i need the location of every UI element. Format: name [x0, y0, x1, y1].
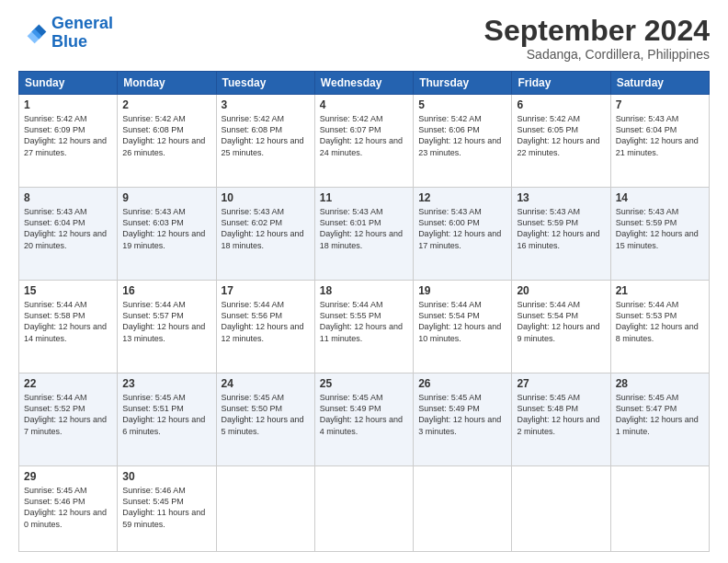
day-number: 10: [222, 191, 310, 204]
day-number: 6: [517, 98, 605, 111]
day-number: 13: [517, 191, 605, 204]
calendar-cell: 23 Sunrise: 5:45 AM Sunset: 5:51 PM Dayl…: [118, 373, 216, 466]
day-number: 18: [320, 284, 408, 297]
cell-info: Sunrise: 5:45 AM Sunset: 5:46 PM Dayligh…: [24, 485, 112, 530]
day-number: 8: [24, 191, 112, 204]
title-block: September 2024 Sadanga, Cordillera, Phil…: [484, 15, 710, 62]
cell-info: Sunrise: 5:42 AM Sunset: 6:07 PM Dayligh…: [320, 113, 408, 158]
cell-info: Sunrise: 5:43 AM Sunset: 5:59 PM Dayligh…: [616, 206, 704, 251]
calendar-cell: 20 Sunrise: 5:44 AM Sunset: 5:54 PM Dayl…: [512, 281, 610, 373]
day-number: 5: [418, 98, 506, 111]
calendar-cell: [414, 466, 512, 552]
day-number: 17: [222, 284, 310, 297]
calendar-cell: 16 Sunrise: 5:44 AM Sunset: 5:57 PM Dayl…: [118, 281, 216, 373]
logo-icon: [18, 18, 48, 48]
cell-info: Sunrise: 5:45 AM Sunset: 5:47 PM Dayligh…: [616, 392, 704, 437]
cell-info: Sunrise: 5:42 AM Sunset: 6:09 PM Dayligh…: [24, 113, 112, 158]
day-number: 4: [320, 98, 408, 111]
col-monday: Monday: [118, 72, 216, 95]
day-number: 11: [320, 191, 408, 204]
location: Sadanga, Cordillera, Philippines: [484, 47, 710, 62]
cell-info: Sunrise: 5:46 AM Sunset: 5:45 PM Dayligh…: [122, 485, 210, 530]
calendar-cell: 13 Sunrise: 5:43 AM Sunset: 5:59 PM Dayl…: [512, 188, 610, 281]
day-number: 26: [418, 377, 506, 390]
calendar-cell: 21 Sunrise: 5:44 AM Sunset: 5:53 PM Dayl…: [610, 281, 709, 373]
logo: General Blue: [18, 15, 113, 52]
cell-info: Sunrise: 5:45 AM Sunset: 5:49 PM Dayligh…: [320, 392, 408, 437]
cell-info: Sunrise: 5:43 AM Sunset: 6:03 PM Dayligh…: [122, 206, 210, 251]
calendar-cell: 3 Sunrise: 5:42 AM Sunset: 6:08 PM Dayli…: [216, 95, 314, 188]
month-title: September 2024: [484, 15, 710, 47]
calendar-body: 1 Sunrise: 5:42 AM Sunset: 6:09 PM Dayli…: [19, 95, 710, 552]
cell-info: Sunrise: 5:45 AM Sunset: 5:51 PM Dayligh…: [122, 392, 210, 437]
page: General Blue September 2024 Sadanga, Cor…: [0, 0, 728, 563]
cell-info: Sunrise: 5:44 AM Sunset: 5:56 PM Dayligh…: [222, 299, 310, 344]
calendar-cell: 8 Sunrise: 5:43 AM Sunset: 6:04 PM Dayli…: [19, 188, 118, 281]
day-number: 27: [517, 377, 605, 390]
calendar-cell: 19 Sunrise: 5:44 AM Sunset: 5:54 PM Dayl…: [414, 281, 512, 373]
cell-info: Sunrise: 5:43 AM Sunset: 6:01 PM Dayligh…: [320, 206, 408, 251]
day-number: 24: [222, 377, 310, 390]
calendar-table: Sunday Monday Tuesday Wednesday Thursday…: [18, 71, 710, 552]
day-number: 29: [24, 470, 112, 483]
cell-info: Sunrise: 5:44 AM Sunset: 5:52 PM Dayligh…: [24, 392, 112, 437]
calendar-cell: 2 Sunrise: 5:42 AM Sunset: 6:08 PM Dayli…: [118, 95, 216, 188]
col-saturday: Saturday: [610, 72, 709, 95]
calendar-cell: 14 Sunrise: 5:43 AM Sunset: 5:59 PM Dayl…: [610, 188, 709, 281]
header-row: Sunday Monday Tuesday Wednesday Thursday…: [19, 72, 710, 95]
calendar-cell: 24 Sunrise: 5:45 AM Sunset: 5:50 PM Dayl…: [216, 373, 314, 466]
calendar-cell: 4 Sunrise: 5:42 AM Sunset: 6:07 PM Dayli…: [314, 95, 413, 188]
day-number: 23: [122, 377, 210, 390]
calendar-cell: 17 Sunrise: 5:44 AM Sunset: 5:56 PM Dayl…: [216, 281, 314, 373]
calendar-cell: 15 Sunrise: 5:44 AM Sunset: 5:58 PM Dayl…: [19, 281, 118, 373]
day-number: 25: [320, 377, 408, 390]
day-number: 21: [616, 284, 704, 297]
cell-info: Sunrise: 5:45 AM Sunset: 5:48 PM Dayligh…: [517, 392, 605, 437]
calendar-cell: [512, 466, 610, 552]
calendar-cell: 12 Sunrise: 5:43 AM Sunset: 6:00 PM Dayl…: [414, 188, 512, 281]
cell-info: Sunrise: 5:43 AM Sunset: 6:04 PM Dayligh…: [616, 113, 704, 158]
cell-info: Sunrise: 5:42 AM Sunset: 6:08 PM Dayligh…: [222, 113, 310, 158]
col-wednesday: Wednesday: [314, 72, 413, 95]
calendar-week-2: 8 Sunrise: 5:43 AM Sunset: 6:04 PM Dayli…: [19, 188, 710, 281]
calendar-cell: 5 Sunrise: 5:42 AM Sunset: 6:06 PM Dayli…: [414, 95, 512, 188]
day-number: 30: [122, 470, 210, 483]
calendar-cell: 27 Sunrise: 5:45 AM Sunset: 5:48 PM Dayl…: [512, 373, 610, 466]
cell-info: Sunrise: 5:43 AM Sunset: 6:04 PM Dayligh…: [24, 206, 112, 251]
calendar-cell: [216, 466, 314, 552]
calendar-cell: 30 Sunrise: 5:46 AM Sunset: 5:45 PM Dayl…: [118, 466, 216, 552]
cell-info: Sunrise: 5:44 AM Sunset: 5:55 PM Dayligh…: [320, 299, 408, 344]
calendar-cell: [314, 466, 413, 552]
day-number: 3: [222, 98, 310, 111]
cell-info: Sunrise: 5:45 AM Sunset: 5:49 PM Dayligh…: [418, 392, 506, 437]
cell-info: Sunrise: 5:43 AM Sunset: 6:00 PM Dayligh…: [418, 206, 506, 251]
calendar-cell: 10 Sunrise: 5:43 AM Sunset: 6:02 PM Dayl…: [216, 188, 314, 281]
calendar-cell: 11 Sunrise: 5:43 AM Sunset: 6:01 PM Dayl…: [314, 188, 413, 281]
day-number: 19: [418, 284, 506, 297]
day-number: 15: [24, 284, 112, 297]
cell-info: Sunrise: 5:44 AM Sunset: 5:57 PM Dayligh…: [122, 299, 210, 344]
logo-text: General Blue: [51, 15, 113, 52]
header: General Blue September 2024 Sadanga, Cor…: [18, 15, 710, 62]
calendar-cell: 1 Sunrise: 5:42 AM Sunset: 6:09 PM Dayli…: [19, 95, 118, 188]
col-sunday: Sunday: [19, 72, 118, 95]
cell-info: Sunrise: 5:45 AM Sunset: 5:50 PM Dayligh…: [222, 392, 310, 437]
cell-info: Sunrise: 5:44 AM Sunset: 5:54 PM Dayligh…: [517, 299, 605, 344]
cell-info: Sunrise: 5:42 AM Sunset: 6:05 PM Dayligh…: [517, 113, 605, 158]
cell-info: Sunrise: 5:42 AM Sunset: 6:08 PM Dayligh…: [122, 113, 210, 158]
calendar-cell: 26 Sunrise: 5:45 AM Sunset: 5:49 PM Dayl…: [414, 373, 512, 466]
cell-info: Sunrise: 5:43 AM Sunset: 5:59 PM Dayligh…: [517, 206, 605, 251]
day-number: 7: [616, 98, 704, 111]
day-number: 20: [517, 284, 605, 297]
day-number: 16: [122, 284, 210, 297]
col-friday: Friday: [512, 72, 610, 95]
calendar-cell: 7 Sunrise: 5:43 AM Sunset: 6:04 PM Dayli…: [610, 95, 709, 188]
cell-info: Sunrise: 5:44 AM Sunset: 5:53 PM Dayligh…: [616, 299, 704, 344]
calendar-week-3: 15 Sunrise: 5:44 AM Sunset: 5:58 PM Dayl…: [19, 281, 710, 373]
calendar-cell: 9 Sunrise: 5:43 AM Sunset: 6:03 PM Dayli…: [118, 188, 216, 281]
calendar-cell: 29 Sunrise: 5:45 AM Sunset: 5:46 PM Dayl…: [19, 466, 118, 552]
calendar-week-1: 1 Sunrise: 5:42 AM Sunset: 6:09 PM Dayli…: [19, 95, 710, 188]
calendar-header: Sunday Monday Tuesday Wednesday Thursday…: [19, 72, 710, 95]
logo-line1: General: [51, 14, 113, 32]
day-number: 1: [24, 98, 112, 111]
